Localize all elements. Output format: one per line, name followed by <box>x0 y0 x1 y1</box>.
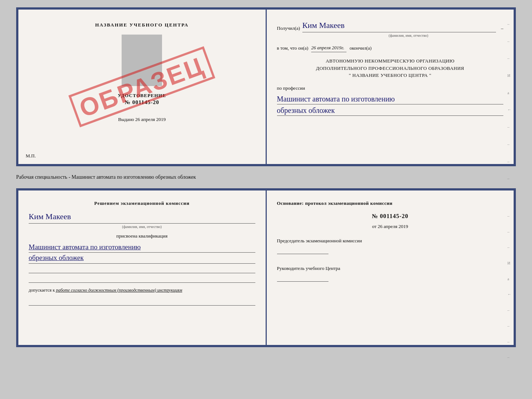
predsedatel-label: Председатель экзаменационной комиссии <box>277 237 504 245</box>
poluchil-value: Ким Макеев <box>302 18 496 32</box>
rukovoditel-label: Руководитель учебного Центра <box>277 265 504 272</box>
org-line3: " НАЗВАНИЕ УЧЕБНОГО ЦЕНТРА " <box>277 72 504 79</box>
ot-date-value: 26 апреля 2019 <box>378 224 408 229</box>
ot-prefix: от <box>372 224 377 229</box>
okoncil-label: окончил(а) <box>349 44 371 52</box>
fio-sub-label: (фамилия, имя, отчество) <box>314 32 504 39</box>
bottom-fio-value: Ким Макеев <box>29 210 255 224</box>
top-doc-right: Получил(а) Ким Макеев – (фамилия, имя, о… <box>267 10 514 164</box>
fio-sub-top: (фамилия, имя, отчество) <box>314 32 504 39</box>
top-right-content: Получил(а) Ким Макеев – (фамилия, имя, о… <box>277 18 504 116</box>
poluchil-row: Получил(а) Ким Макеев – <box>277 18 504 32</box>
top-document: НАЗВАНИЕ УЧЕБНОГО ЦЕНТРА УДОСТОВЕРЕНИЕ №… <box>16 7 516 166</box>
doc-number: № 001145-20 <box>125 99 159 106</box>
mp-label: М.П. <box>26 153 36 159</box>
bottom-doc-left: Решением экзаменационной комиссии Ким Ма… <box>18 190 267 345</box>
prisvoena-label: присвоена квалификация <box>29 232 255 240</box>
photo-placeholder <box>122 35 162 86</box>
date-value: 26 апреля 2019г. <box>311 44 346 52</box>
protocol-number: № 001145-20 <box>277 211 504 221</box>
vydano-label: Выдано 26 апреля 2019 <box>118 117 166 122</box>
bottom-profession-line2: обрезных обложек <box>29 253 255 264</box>
separator-label: Рабочая специальность - Машинист автомат… <box>16 173 516 182</box>
org-line1: АВТОНОМНУЮ НЕКОММЕРЧЕСКУЮ ОРГАНИЗАЦИЮ <box>277 57 504 65</box>
dopuskaetsya-block: допускается к работе согласно должностны… <box>29 286 255 294</box>
empty-line-3 <box>29 298 255 306</box>
poluchil-label: Получил(а) <box>277 24 300 32</box>
org-line2: ДОПОЛНИТЕЛЬНОГО ПРОФЕССИОНАЛЬНОГО ОБРАЗО… <box>277 65 504 72</box>
org-block: АВТОНОМНУЮ НЕКОММЕРЧЕСКУЮ ОРГАНИЗАЦИЮ ДО… <box>277 57 504 79</box>
bottom-right-margin-marks: – – – И а ← – – – – <box>507 213 511 361</box>
poluchil-dash: – <box>501 24 504 32</box>
bottom-doc-right: Основание: протокол экзаменационной коми… <box>267 190 514 345</box>
dopuskaetsya-label: допускается к <box>29 288 55 293</box>
ot-date: от 26 апреля 2019 <box>277 222 504 231</box>
date-okoncil-row: в том, что он(а) 26 апреля 2019г. окончи… <box>277 44 504 52</box>
top-center-title: НАЗВАНИЕ УЧЕБНОГО ЦЕНТРА <box>95 22 189 28</box>
udostoverenie-label: УДОСТОВЕРЕНИЕ <box>118 93 166 99</box>
dopuskaetsya-italic: работе согласно должностным (производств… <box>56 288 182 293</box>
po-professii: по профессии <box>277 84 504 92</box>
bottom-document: Решением экзаменационной комиссии Ким Ма… <box>16 188 516 347</box>
rukovoditel-block: Руководитель учебного Центра <box>277 265 504 284</box>
profession-line2: обрезных обложек <box>277 105 504 116</box>
komissia-heading: Решением экзаменационной комиссии <box>29 199 255 207</box>
bottom-fio-sub: (фамилия, имя, отчество) <box>29 224 255 230</box>
osnovanie-heading: Основание: протокол экзаменационной коми… <box>277 199 504 207</box>
predsedatel-sig-line <box>277 247 328 254</box>
predsedatel-block: Председатель экзаменационной комиссии <box>277 237 504 256</box>
v-tom-label: в том, что он(а) <box>277 44 309 52</box>
top-doc-left: НАЗВАНИЕ УЧЕБНОГО ЦЕНТРА УДОСТОВЕРЕНИЕ №… <box>18 10 267 164</box>
profession-line1: Машинист автомата по изготовлению <box>277 94 504 104</box>
empty-line-2 <box>29 275 255 283</box>
empty-line-1 <box>29 266 255 273</box>
komissia-heading-wrapper: Решением экзаменационной комиссии <box>29 199 255 207</box>
right-margin-marks: – – – И а ← – – – – <box>507 21 511 182</box>
bottom-profession-line1: Машинист автомата по изготовлению <box>29 242 255 253</box>
rukovoditel-sig-line <box>277 274 328 282</box>
